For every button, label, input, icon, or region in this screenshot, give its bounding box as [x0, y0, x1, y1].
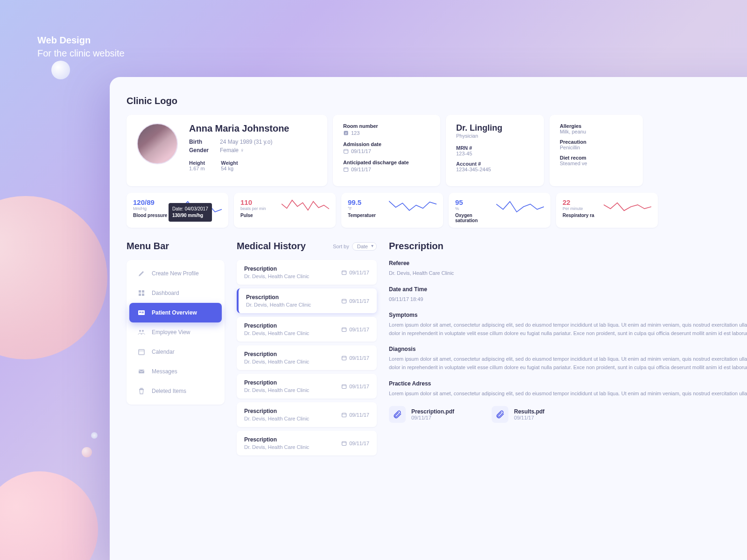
sort-by-label: Sort by	[333, 244, 349, 249]
hero-caption-line2: For the clinic website	[37, 48, 125, 58]
vital-unit: beats per min	[240, 206, 277, 211]
attachment-row: Prescription.pdf09/11/17 Results.pdf09/1…	[389, 406, 747, 423]
vital-pulse[interactable]: 110 beats per min Pulse	[234, 193, 336, 228]
menu-column: Menu Bar Create New ProfileDashboardPati…	[127, 241, 225, 459]
history-item-date: 09/11/17	[341, 270, 369, 275]
diet-label: Diet recom	[560, 155, 633, 161]
svg-rect-19	[342, 271, 346, 274]
vital-value: 110	[240, 198, 277, 206]
precautions-value: Penicillin	[560, 145, 633, 150]
history-item-title: Prescription	[244, 379, 309, 386]
svg-point-15	[142, 330, 144, 332]
patient-name: Anna Maria Johnstone	[189, 123, 289, 134]
history-item[interactable]: PrescriptionDr. Devis, Health Care Clini…	[237, 431, 377, 455]
admission-card: Room number #123 Admission date 09/11/17…	[333, 115, 440, 186]
svg-rect-7	[142, 290, 144, 293]
address-text: Lorem ipsum dolor sit amet, consectetur …	[389, 390, 747, 398]
doctor-role: Physician	[456, 133, 534, 139]
doctor-card: Dr. Lingling Physician MRN #123-45 Accou…	[446, 115, 544, 186]
sparkline-chart	[282, 198, 329, 215]
account-label: Account #	[456, 161, 534, 167]
sort-select[interactable]: Date	[352, 242, 377, 251]
people-icon	[138, 329, 145, 336]
content-row: Menu Bar Create New ProfileDashboardPati…	[127, 241, 747, 459]
prescription-column: Prescription RefereeDr. Devis, Health Ca…	[389, 241, 747, 459]
attachment-name: Results.pdf	[514, 408, 544, 415]
history-item-title: Prescription	[244, 436, 309, 443]
svg-rect-4	[344, 168, 348, 171]
vital-unit: °F	[348, 206, 384, 211]
patient-avatar[interactable]	[137, 123, 178, 164]
diet-value: Steamed ve	[560, 161, 633, 166]
history-item[interactable]: PrescriptionDr. Devis, Health Care Clini…	[237, 345, 377, 370]
allergies-card: AllergiesMilk, peanu PrecautionPenicilli…	[550, 115, 643, 186]
history-item[interactable]: PrescriptionDr. Devis, Health Care Clini…	[237, 402, 377, 427]
gender-value: Female ♀	[220, 147, 244, 154]
vital-respiratory-ra[interactable]: 22 Per minute Respiratory ra	[556, 193, 658, 228]
decorative-orb	[0, 471, 98, 560]
menu-calendar[interactable]: Calendar	[129, 342, 222, 362]
attachment[interactable]: Results.pdf09/11/17	[492, 406, 544, 423]
history-item-date: 09/11/17	[341, 327, 369, 332]
decorative-orb	[82, 447, 92, 457]
attachment[interactable]: Prescription.pdf09/11/17	[389, 406, 454, 423]
address-label: Practice Adress	[389, 380, 747, 387]
menu-deleted-items[interactable]: Deleted Items	[129, 381, 222, 401]
vital-oxygen-saturation[interactable]: 95 % Oxygen saturation	[449, 193, 550, 228]
female-icon: ♀	[240, 147, 244, 154]
room-value: 123	[351, 130, 359, 136]
calendar-icon	[341, 384, 347, 389]
decorative-orb	[0, 196, 107, 359]
menu-employee-view[interactable]: Employee View	[129, 322, 222, 342]
svg-rect-16	[139, 350, 144, 355]
hash-icon: #	[343, 130, 349, 136]
history-item-date: 09/11/17	[341, 412, 369, 418]
history-title: Medical History	[237, 241, 306, 252]
birth-value: 24 May 1989 (31 y.o)	[220, 139, 273, 145]
svg-rect-8	[139, 294, 141, 296]
birth-label: Birth	[189, 139, 211, 145]
attachment-name: Prescription.pdf	[411, 408, 454, 415]
diagnosis-label: Diagnosis	[389, 346, 747, 352]
calendar-icon	[341, 355, 347, 361]
svg-rect-18	[139, 370, 144, 373]
datetime-label: Date and Time	[389, 286, 747, 293]
history-item[interactable]: PrescriptionDr. Devis, Health Care Clini…	[237, 260, 377, 285]
attachment-date: 09/11/17	[411, 415, 454, 420]
svg-rect-23	[342, 328, 346, 331]
menu-create-new-profile[interactable]: Create New Profile	[129, 264, 222, 283]
discharge-date-value: 09/11/17	[351, 167, 371, 172]
history-item[interactable]: PrescriptionDr. Devis, Health Care Clini…	[237, 374, 377, 399]
height-label: Height	[189, 160, 205, 166]
id-card-icon	[138, 309, 145, 316]
vital-unit: %	[455, 206, 492, 211]
prescription-title: Prescription	[389, 241, 747, 252]
history-item-subtitle: Dr. Devis, Health Care Clinic	[244, 387, 309, 393]
trash-icon	[138, 387, 145, 395]
history-item-date: 09/11/17	[341, 298, 369, 304]
history-item[interactable]: PrescriptionDr. Devis, Health Care Clini…	[237, 288, 377, 313]
app-window: Clinic Logo Anna Maria Johnstone Birth24…	[110, 77, 747, 560]
hero-caption-line1: Web Design	[37, 34, 125, 47]
diagnosis-text: Lorem ipsum dolor sit amet, consectetur …	[389, 355, 747, 371]
svg-rect-27	[342, 385, 346, 388]
menu-item-label: Create New Profile	[152, 270, 199, 277]
menu-dashboard[interactable]: Dashboard	[129, 283, 222, 303]
sparkline-chart	[496, 198, 544, 215]
attachment-date: 09/11/17	[514, 415, 544, 420]
history-item-title: Prescription	[246, 294, 311, 301]
datetime-value: 09/11/17 18:49	[389, 295, 747, 304]
vital-temperatuer[interactable]: 99.5 °F Temperatuer	[341, 193, 443, 228]
menu-patient-overview[interactable]: Patient Overview	[129, 303, 222, 322]
vital-blood-pressure[interactable]: 120/89 Mm/Hg Blood pressure Date: 04/03/…	[127, 193, 228, 228]
vital-value: 120/89	[133, 198, 169, 206]
vital-value: 95	[455, 198, 492, 206]
mail-icon	[138, 368, 145, 375]
menu-title: Menu Bar	[127, 241, 225, 252]
menu-item-label: Deleted Items	[152, 388, 186, 394]
svg-point-11	[140, 312, 141, 313]
calendar-icon	[341, 298, 347, 304]
vital-unit: Per minute	[563, 206, 599, 211]
history-item[interactable]: PrescriptionDr. Devis, Health Care Clini…	[237, 317, 377, 342]
menu-messages[interactable]: Messages	[129, 362, 222, 381]
